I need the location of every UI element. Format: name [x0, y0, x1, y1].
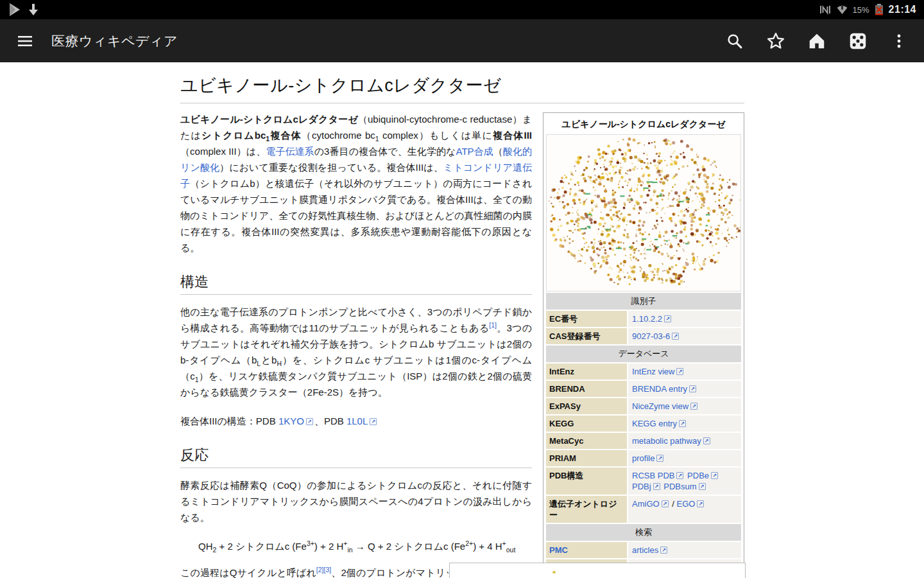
external-link-icon: ↗: [370, 418, 377, 425]
text-segment: in: [347, 541, 352, 552]
text-segment: KEGG: [549, 419, 574, 428]
inline-link[interactable]: 1L0L: [346, 416, 368, 426]
text-segment: ユビキノール-シトクロムcレダクターゼ: [180, 114, 358, 125]
infobox-row-value: BRENDA entry↗: [628, 381, 741, 397]
inline-link[interactable]: AmiGO: [632, 499, 660, 509]
random-article-button[interactable]: [848, 31, 868, 51]
reaction-equation: QH2 + 2 シトクロムc (Fe3+) + 2 H+in → Q + 2 シ…: [198, 538, 532, 554]
inline-link[interactable]: PMC: [549, 545, 568, 555]
external-link-icon: ↗: [711, 472, 718, 479]
inline-link[interactable]: 9027-03-6: [632, 331, 670, 341]
external-link-icon: ↗: [679, 420, 686, 427]
text-segment: 遺伝子オントロジー: [549, 499, 617, 520]
overflow-menu-button[interactable]: [889, 31, 909, 51]
infobox-row: IntEnzIntEnz view↗: [546, 363, 741, 380]
infobox-row: PRIAMprofile↗: [546, 450, 741, 466]
article-body: ユビキノール-シトクロムcレダクターゼ（ubiquinol-cytochrome…: [180, 111, 532, 578]
inline-link[interactable]: metabolic pathway: [632, 436, 701, 446]
status-indicators: 15% 21:14: [819, 3, 916, 16]
text-segment: ）において重要な役割を担っている。複合体IIIは、: [219, 162, 443, 173]
inline-link[interactable]: 1.10.2.2: [632, 314, 662, 324]
infobox-row-value: IntEnz view↗: [628, 363, 741, 380]
pdb-structure-line: 複合体IIIの構造：PDB 1KYO↗、PDB 1L0L↗: [180, 413, 532, 429]
text-segment: 複合体III: [493, 130, 532, 141]
inline-link[interactable]: articles: [632, 545, 658, 555]
text-segment: QH: [198, 541, 213, 552]
status-bar: 15% 21:14: [0, 0, 924, 19]
infobox-section-header: 検索: [546, 524, 741, 541]
infobox-row-label: CAS登録番号: [546, 328, 627, 344]
infobox-row: ExPASyNiceZyme view↗: [546, 398, 741, 414]
article: ユビキノール-シトクロムcレダクターゼ ユビキノール-シトクロムcレダクターゼ（…: [180, 62, 744, 578]
toolbar-actions: [725, 31, 912, 51]
infobox-row: PMCarticles↗: [546, 542, 741, 558]
home-button[interactable]: [807, 31, 826, 51]
external-link-icon: ↗: [690, 403, 697, 410]
text-segment: 3+: [307, 541, 314, 552]
text-segment: PRIAM: [549, 453, 576, 463]
next-infobox-partial: [449, 563, 746, 578]
battery-alert-icon: [874, 3, 884, 16]
inline-link[interactable]: profile: [632, 453, 654, 463]
text-segment: CAS登録番号: [549, 331, 600, 341]
inline-link[interactable]: 電子伝達系: [266, 146, 314, 157]
reference-link[interactable]: [1]: [489, 322, 497, 333]
text-segment: ) + 2 H: [314, 541, 343, 552]
reference-link[interactable]: [2][3]: [316, 567, 331, 578]
text-segment: 、PDB: [314, 416, 346, 426]
notification-area[interactable]: [8, 2, 40, 17]
infobox-row-label: KEGG: [546, 416, 627, 432]
menu-button[interactable]: [15, 31, 35, 51]
structure-paragraph: 他の主な電子伝達系のプロトンポンプと比べて小さく、3つのポリペプチド鎖から構成さ…: [180, 304, 532, 400]
inline-link[interactable]: PDBsum: [663, 482, 696, 491]
infobox-row-value: NiceZyme view↗: [628, 398, 741, 414]
infobox-row-value: metabolic pathway↗: [628, 433, 741, 449]
infobox-row-label: PDB構造: [546, 468, 627, 495]
random-dice-icon: [849, 32, 867, 50]
search-button[interactable]: [725, 31, 744, 51]
inline-link[interactable]: RCSB PDB: [632, 471, 674, 480]
article-scroll-area[interactable]: ユビキノール-シトクロムcレダクターゼ ユビキノール-シトクロムcレダクターゼ（…: [0, 62, 924, 578]
text-segment: この過程はQサイクルと呼ばれ: [180, 567, 316, 578]
nfc-icon: [819, 4, 832, 15]
hamburger-icon: [17, 35, 33, 48]
inline-link[interactable]: KEGG entry: [632, 419, 677, 428]
overflow-menu-icon: [891, 33, 907, 49]
protein-structure-image[interactable]: [546, 134, 741, 292]
text-segment: → Q + 2 シトクロムc (Fe: [353, 541, 466, 552]
inline-link[interactable]: ATP合成: [456, 146, 493, 157]
external-link-icon: ↗: [703, 437, 710, 444]
external-link-icon: ↗: [699, 483, 706, 490]
text-segment: （シトクロムb）と核遺伝子（それ以外のサブユニット）の両方にコードされているマル…: [180, 178, 532, 253]
text-segment: 複合体IIIの構造：PDB: [180, 416, 278, 426]
text-segment: BRENDA: [549, 384, 585, 394]
infobox-row: MetaCycmetabolic pathway↗: [546, 433, 741, 449]
inline-link[interactable]: 1KYO: [278, 416, 304, 426]
inline-link[interactable]: PDBe: [687, 471, 709, 480]
text-segment: （: [493, 146, 503, 157]
text-segment: の3番目の複合体で、生化学的な: [314, 146, 456, 157]
bookmark-button[interactable]: [766, 31, 785, 51]
external-link-icon: ↗: [653, 483, 660, 490]
app-toolbar: 医療ウィキペディア: [0, 19, 924, 62]
text-segment: 酵素反応は補酵素Q（CoQ）の参加によるシトクロムcの反応と、それに付随するミト…: [180, 480, 532, 523]
infobox-row: EC番号1.10.2.2↗: [546, 311, 741, 327]
inline-link[interactable]: IntEnz view: [632, 367, 674, 376]
external-link-icon: ↗: [656, 455, 663, 462]
clock: 21:14: [889, 4, 916, 15]
external-link-icon: ↗: [689, 385, 696, 392]
infobox-body: 識別子EC番号1.10.2.2↗CAS登録番号9027-03-6↗データベースI…: [546, 293, 741, 578]
inline-link[interactable]: BRENDA entry: [632, 384, 687, 394]
external-link-icon: ↗: [676, 368, 683, 375]
infobox-row: PDB構造RCSB PDB↗ PDBe↗ PDBj↗ PDBsum↗: [546, 468, 741, 495]
inline-link[interactable]: PDBj: [632, 482, 651, 491]
infobox-row-value: KEGG entry↗: [628, 416, 741, 432]
external-link-icon: ↗: [672, 333, 679, 340]
enzyme-infobox: ユビキノール-シトクロムcレダクターゼ 識別子EC番号1.10.2.2↗CAS登…: [543, 112, 744, 578]
play-store-icon: [8, 2, 22, 17]
text-segment: 他の主な電子伝達系のプロトンポンプと比べて小さく、3つのポリペプチド鎖から構成さ…: [180, 306, 532, 333]
intro-paragraph: ユビキノール-シトクロムcレダクターゼ（ubiquinol-cytochrome…: [180, 111, 532, 256]
download-icon: [27, 2, 40, 17]
inline-link[interactable]: EGO: [676, 499, 695, 509]
inline-link[interactable]: NiceZyme view: [632, 401, 689, 411]
